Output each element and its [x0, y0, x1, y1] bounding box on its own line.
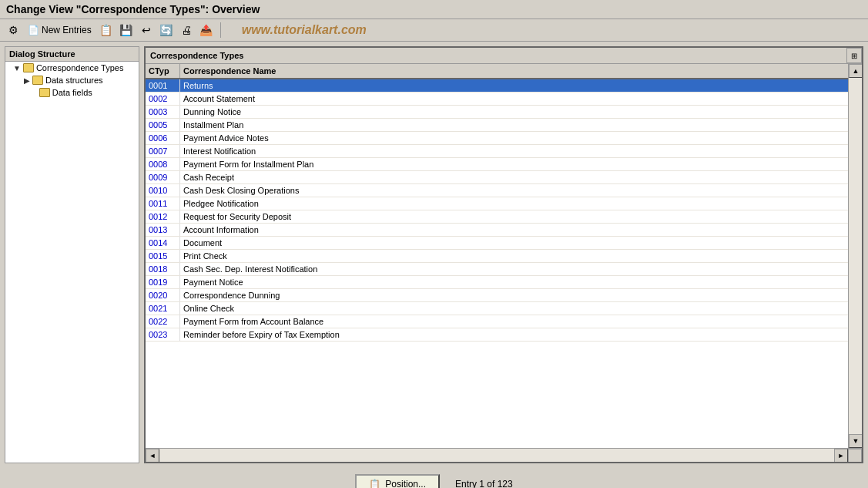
cell-ctyp: 0005	[146, 119, 180, 131]
table-row[interactable]: 0008Payment Form for Installment Plan	[146, 158, 848, 171]
table-row[interactable]: 0022Payment Form from Account Balance	[146, 315, 848, 328]
table-row[interactable]: 0018Cash Sec. Dep. Interest Notification	[146, 263, 848, 276]
table-with-scrolls: CTyp Correspondence Name 0001Returns0002…	[146, 64, 862, 462]
scroll-up-btn[interactable]: ▲	[849, 64, 862, 78]
cell-ctyp: 0010	[146, 184, 180, 197]
cell-name: Payment Notice	[180, 276, 848, 288]
table-row[interactable]: 0015Print Check	[146, 250, 848, 263]
expand-icon[interactable]: ⊞	[846, 48, 862, 63]
folder-icon	[32, 76, 43, 85]
cell-name: Installment Plan	[180, 119, 848, 131]
table-row[interactable]: 0019Payment Notice	[146, 276, 848, 289]
table-header: Correspondence Types ⊞	[146, 48, 862, 64]
table-row[interactable]: 0003Dunning Notice	[146, 106, 848, 119]
table-row[interactable]: 0020Correspondence Dunning	[146, 289, 848, 302]
horizontal-scrollbar: ◄ ►	[146, 448, 862, 462]
cell-ctyp: 0023	[146, 328, 180, 341]
cell-ctyp: 0011	[146, 197, 180, 210]
new-entries-button[interactable]: 📄 New Entries	[25, 24, 95, 36]
bottom-bar: 📋 Position... Entry 1 of 123	[0, 468, 868, 488]
table-title: Correspondence Types	[146, 48, 846, 63]
refresh-icon[interactable]: 🔄	[158, 22, 175, 39]
table-row[interactable]: 0005Installment Plan	[146, 119, 848, 132]
sidebar-item-data-structures[interactable]: ▶ Data structures	[5, 74, 139, 86]
print-icon[interactable]: 🖨	[178, 22, 195, 39]
watermark: www.tutorialkart.com	[242, 23, 367, 37]
cell-name: Request for Security Deposit	[180, 210, 848, 223]
sidebar-item-correspondence-types[interactable]: ▼ Correspondence Types	[5, 62, 139, 74]
table-row[interactable]: 0010Cash Desk Closing Operations	[146, 184, 848, 197]
cell-ctyp: 0022	[146, 315, 180, 328]
cell-ctyp: 0003	[146, 106, 180, 118]
table-inner: CTyp Correspondence Name 0001Returns0002…	[146, 64, 848, 448]
cell-name: Dunning Notice	[180, 106, 848, 118]
scroll-track	[849, 78, 862, 434]
cell-name: Returns	[180, 79, 848, 92]
cell-ctyp: 0013	[146, 224, 180, 236]
cell-ctyp: 0002	[146, 93, 180, 105]
table-row[interactable]: 0011Pledgee Notification	[146, 197, 848, 210]
cell-name: Cash Desk Closing Operations	[180, 184, 848, 197]
scroll-down-btn[interactable]: ▼	[849, 434, 862, 448]
cell-name: Cash Receipt	[180, 171, 848, 183]
cell-name: Payment Form from Account Balance	[180, 315, 848, 328]
position-button[interactable]: 📋 Position...	[355, 474, 440, 488]
cell-name: Online Check	[180, 302, 848, 315]
cell-name: Correspondence Dunning	[180, 289, 848, 301]
table-row[interactable]: 0007Interest Notification	[146, 145, 848, 158]
config-icon[interactable]: ⚙	[5, 22, 22, 39]
table-main: CTyp Correspondence Name 0001Returns0002…	[146, 64, 862, 448]
cell-ctyp: 0008	[146, 158, 180, 170]
table-row[interactable]: 0001Returns	[146, 79, 848, 93]
hscroll-track	[159, 449, 834, 462]
cell-name: Reminder before Expiry of Tax Exemption	[180, 328, 848, 341]
cell-name: Account Statement	[180, 93, 848, 105]
undo-icon[interactable]: ↩	[138, 22, 155, 39]
cell-name: Interest Notification	[180, 145, 848, 157]
entry-info: Entry 1 of 123	[455, 479, 513, 488]
arrow-icon	[35, 89, 37, 97]
table-row[interactable]: 0013Account Information	[146, 224, 848, 237]
folder-icon	[23, 63, 34, 72]
table-row[interactable]: 0014Document	[146, 237, 848, 250]
dialog-structure-panel: Dialog Structure ▼ Correspondence Types …	[5, 46, 139, 463]
dialog-structure-header: Dialog Structure	[5, 47, 139, 62]
save-icon[interactable]: 💾	[118, 22, 135, 39]
arrow-icon: ▼	[13, 64, 21, 72]
table-row[interactable]: 0009Cash Receipt	[146, 171, 848, 184]
vertical-scrollbar[interactable]: ▲ ▼	[848, 64, 862, 448]
position-icon: 📋	[369, 479, 380, 488]
cell-name: Print Check	[180, 250, 848, 262]
cell-ctyp: 0007	[146, 145, 180, 157]
correspondence-types-table: Correspondence Types ⊞ CTyp Corresponden…	[144, 46, 863, 463]
cell-ctyp: 0009	[146, 171, 180, 183]
cell-ctyp: 0020	[146, 289, 180, 301]
table-row[interactable]: 0023Reminder before Expiry of Tax Exempt…	[146, 328, 848, 342]
scroll-corner	[848, 449, 862, 462]
page-title: Change View "Correspondence Types": Over…	[0, 0, 868, 19]
table-row[interactable]: 0002Account Statement	[146, 93, 848, 106]
cell-ctyp: 0012	[146, 210, 180, 223]
scroll-left-btn[interactable]: ◄	[146, 449, 159, 462]
table-row[interactable]: 0021Online Check	[146, 302, 848, 315]
col-header-row: CTyp Correspondence Name	[146, 64, 848, 79]
folder-icon	[39, 88, 50, 97]
copy-icon[interactable]: 📋	[98, 22, 115, 39]
cell-ctyp: 0006	[146, 132, 180, 144]
col-header-name: Correspondence Name	[180, 64, 848, 78]
cell-name: Document	[180, 237, 848, 249]
cell-name: Payment Form for Installment Plan	[180, 158, 848, 170]
sidebar-item-data-fields[interactable]: Data fields	[5, 86, 139, 99]
export-icon[interactable]: 📤	[198, 22, 215, 39]
cell-ctyp: 0001	[146, 79, 180, 92]
cell-ctyp: 0018	[146, 263, 180, 275]
cell-name: Cash Sec. Dep. Interest Notification	[180, 263, 848, 275]
cell-ctyp: 0019	[146, 276, 180, 288]
cell-name: Account Information	[180, 224, 848, 236]
toolbar: ⚙ 📄 New Entries 📋 💾 ↩ 🔄 🖨 📤 www.tutorial…	[0, 19, 868, 42]
cell-name: Pledgee Notification	[180, 197, 848, 210]
scroll-right-btn[interactable]: ►	[834, 449, 848, 462]
table-row[interactable]: 0006Payment Advice Notes	[146, 132, 848, 145]
table-row[interactable]: 0012Request for Security Deposit	[146, 210, 848, 224]
toolbar-separator	[220, 22, 221, 38]
